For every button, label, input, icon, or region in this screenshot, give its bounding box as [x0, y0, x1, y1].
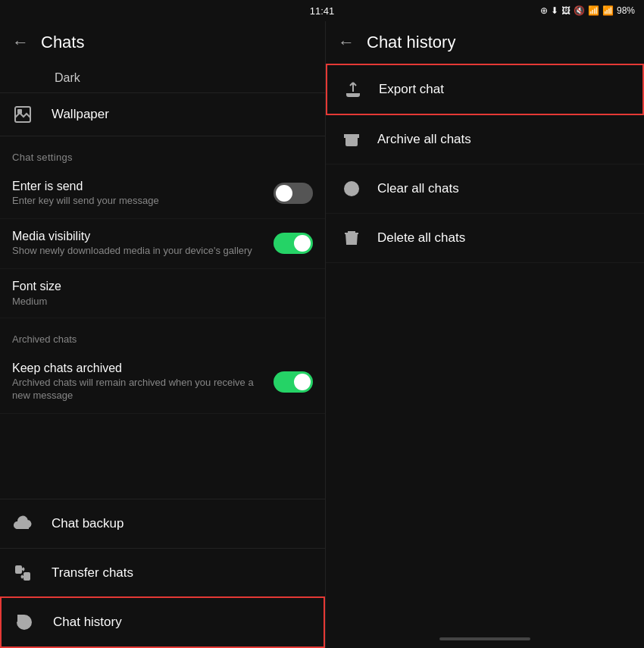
media-visibility-row[interactable]: Media visibility Show newly downloaded m… — [0, 219, 325, 269]
clear-all-label: Clear all chats — [377, 181, 459, 196]
right-menu-list: Export chat Archive all chats — [326, 64, 644, 630]
font-size-label: Font size — [12, 280, 313, 293]
home-indicator — [439, 637, 530, 640]
font-size-value: Medium — [12, 296, 313, 307]
right-panel: ← Chat history Export chat — [326, 21, 644, 648]
media-visibility-toggle[interactable] — [274, 233, 313, 254]
whatsapp-icon: ⊕ — [540, 5, 548, 16]
enter-is-send-row[interactable]: Enter is send Enter key will send your m… — [0, 169, 325, 219]
cloud-upload-icon — [12, 513, 33, 534]
media-visibility-desc: Show newly downloaded media in your devi… — [12, 245, 274, 258]
toggle-knob-2 — [294, 235, 311, 252]
archived-chats-header: Archived chats — [0, 318, 325, 351]
keep-archived-toggle[interactable] — [274, 371, 313, 393]
keep-archived-content: Keep chats archived Archived chats will … — [12, 362, 274, 402]
svg-rect-2 — [16, 566, 21, 573]
right-panel-title: Chat history — [367, 33, 455, 52]
enter-is-send-desc: Enter key will send your message — [12, 195, 274, 208]
keep-archived-row[interactable]: Keep chats archived Archived chats will … — [0, 351, 325, 414]
status-bar: 11:41 ⊕ ⬇ 🖼 🔇 📶 📶 98% — [0, 0, 644, 21]
left-header: ← Chats — [0, 21, 325, 64]
left-panel-title: Chats — [41, 33, 84, 52]
transfer-chats-label: Transfer chats — [52, 565, 133, 581]
transfer-chats-row[interactable]: Transfer chats — [0, 548, 325, 597]
chat-history-label: Chat history — [53, 615, 122, 630]
wallpaper-icon — [12, 104, 33, 125]
mute-icon: 🔇 — [574, 5, 585, 16]
archive-all-label: Archive all chats — [377, 132, 471, 147]
download-icon: ⬇ — [551, 5, 558, 16]
media-visibility-label: Media visibility — [12, 230, 274, 243]
toggle-knob-3 — [294, 374, 311, 390]
enter-is-send-label: Enter is send — [12, 180, 274, 193]
archive-icon — [341, 129, 362, 150]
chat-history-row[interactable]: Chat history — [0, 596, 325, 648]
transfer-icon — [12, 562, 33, 584]
delete-icon — [341, 227, 362, 249]
status-icons: ⊕ ⬇ 🖼 🔇 📶 📶 98% — [540, 5, 635, 16]
wifi-icon: 📶 — [588, 5, 599, 16]
wallpaper-row[interactable]: Wallpaper — [0, 93, 325, 136]
left-panel: ← Chats Dark Wallpaper Chat settings — [0, 21, 326, 648]
signal-icon: 📶 — [602, 5, 614, 16]
export-chat-item[interactable]: Export chat — [326, 64, 644, 115]
media-visibility-content: Media visibility Show newly downloaded m… — [12, 230, 274, 258]
main-layout: ← Chats Dark Wallpaper Chat settings — [0, 21, 644, 648]
left-scroll-area: Dark Wallpaper Chat settings Enter is se… — [0, 64, 325, 499]
svg-rect-3 — [24, 573, 30, 580]
image-icon: 🖼 — [561, 5, 571, 16]
clear-all-item[interactable]: Clear all chats — [326, 164, 644, 214]
enter-is-send-content: Enter is send Enter key will send your m… — [12, 180, 274, 208]
keep-archived-desc: Archived chats will remain archived when… — [12, 377, 274, 402]
chat-backup-label: Chat backup — [52, 516, 123, 531]
export-icon — [342, 79, 364, 100]
export-chat-label: Export chat — [379, 82, 444, 97]
history-icon — [14, 612, 35, 633]
delete-all-label: Delete all chats — [377, 230, 465, 246]
bottom-rows: Chat backup Transfer chats — [0, 499, 325, 648]
archive-all-item[interactable]: Archive all chats — [326, 115, 644, 164]
delete-all-item[interactable]: Delete all chats — [326, 214, 644, 263]
right-header: ← Chat history — [326, 21, 644, 64]
wallpaper-label: Wallpaper — [52, 107, 109, 122]
battery-level: 98% — [617, 5, 635, 16]
toggle-knob — [276, 185, 292, 202]
bottom-bar — [326, 630, 644, 648]
left-back-button[interactable]: ← — [12, 33, 29, 52]
dark-label: Dark — [0, 64, 325, 93]
status-time: 11:41 — [310, 5, 335, 17]
chat-backup-row[interactable]: Chat backup — [0, 499, 325, 548]
chat-settings-header: Chat settings — [0, 136, 325, 169]
right-back-button[interactable]: ← — [338, 33, 355, 52]
enter-is-send-toggle[interactable] — [274, 183, 313, 204]
keep-archived-label: Keep chats archived — [12, 362, 274, 375]
font-size-row[interactable]: Font size Medium — [0, 269, 325, 318]
clear-icon — [341, 178, 362, 199]
